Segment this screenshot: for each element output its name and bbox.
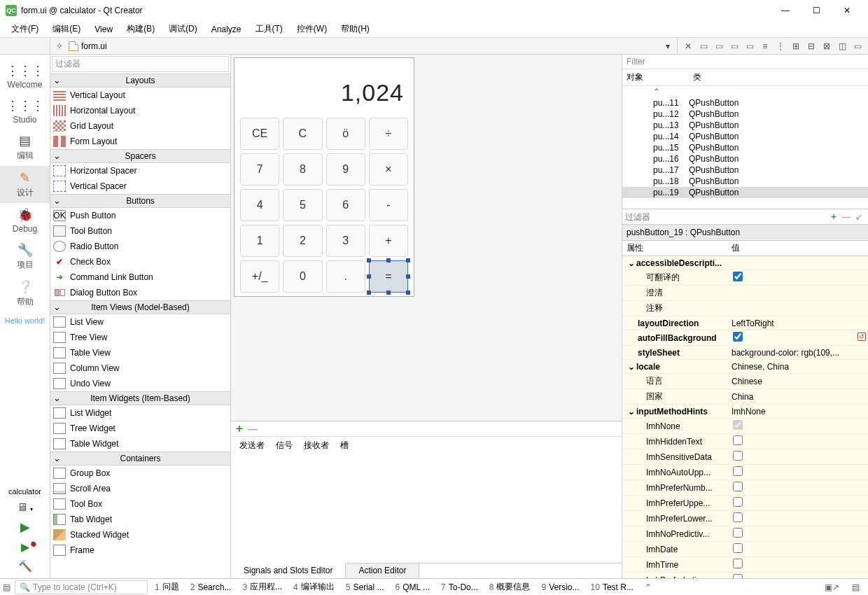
remove-dynamic-prop-icon[interactable]: — (840, 212, 853, 222)
widget-item[interactable]: Vertical Layout (50, 88, 230, 103)
property-row[interactable]: 国家China (622, 389, 868, 405)
widget-item[interactable]: Scroll Area (50, 481, 230, 496)
calc-key[interactable]: 1 (240, 225, 279, 257)
property-row[interactable]: 澄清 (622, 286, 868, 301)
object-tree-row[interactable]: pu...17QPushButton (622, 164, 868, 176)
calc-key[interactable]: 9 (326, 153, 365, 186)
property-row[interactable]: ImhHiddenText (622, 434, 868, 449)
calc-key[interactable]: 5 (283, 189, 322, 221)
widget-item[interactable]: Vertical Spacer (50, 178, 230, 194)
bottom-tab[interactable]: Signals and Slots Editor (231, 563, 346, 578)
break-layout-icon[interactable]: ⊠ (819, 41, 834, 51)
pin-icon[interactable]: ✧ (56, 41, 63, 51)
widget-item[interactable]: Frame (50, 542, 230, 558)
property-checkbox[interactable] (733, 466, 743, 476)
object-tree[interactable]: 对象 类 ⌃pu...11QPushButtonpu...12QPushButt… (622, 69, 868, 209)
property-row[interactable]: autoFillBackground↺ (622, 330, 868, 346)
widget-item[interactable]: List View (50, 314, 230, 330)
mode-welcome[interactable]: ⋮⋮⋮Welcome (0, 59, 50, 94)
menu-item[interactable]: View (88, 22, 120, 36)
property-row[interactable]: ImhDate (622, 542, 868, 557)
adjust-size-icon[interactable]: ◫ (834, 41, 850, 51)
calc-key[interactable]: 2 (283, 225, 322, 257)
property-checkbox[interactable] (733, 420, 743, 430)
close-sidebar-icon[interactable]: ▣↗ (819, 582, 845, 592)
output-pane-tab[interactable]: 6QML ... (390, 582, 436, 592)
calc-key[interactable]: - (369, 189, 408, 221)
widget-item[interactable]: Form Layout (50, 134, 230, 149)
property-row[interactable]: layoutDirectionLeftToRight (622, 316, 868, 330)
bottom-tab[interactable]: Action Editor (346, 564, 419, 578)
widget-group-header[interactable]: ⌄Spacers (50, 149, 230, 163)
widget-item[interactable]: Horizontal Spacer (50, 163, 230, 178)
property-row[interactable]: ImhSensitiveData (622, 449, 868, 465)
mode-design[interactable]: ✎设计 (0, 166, 50, 203)
menu-item[interactable]: 帮助(H) (334, 21, 377, 37)
calc-key[interactable]: = (369, 260, 408, 293)
widget-filter-input[interactable]: 过滤器 (52, 56, 229, 72)
mode-help[interactable]: ❔帮助 (0, 275, 50, 312)
widget-item[interactable]: Table Widget (50, 436, 230, 451)
col-class[interactable]: 类 (689, 69, 706, 85)
calc-key[interactable]: + (369, 225, 408, 257)
layout-v-icon[interactable]: ⋮ (773, 41, 788, 51)
run-debug-button[interactable]: ▶🐞 (0, 538, 50, 556)
object-tree-filter[interactable]: Filter (622, 55, 868, 69)
calc-key[interactable]: 7 (240, 153, 279, 186)
object-tree-row[interactable]: pu...16QPushButton (622, 153, 868, 164)
menu-item[interactable]: 编辑(E) (46, 21, 88, 37)
object-tree-row[interactable]: pu...15QPushButton (622, 142, 868, 153)
object-tree-row[interactable]: pu...13QPushButton (622, 120, 868, 131)
mode-studio[interactable]: ⋮⋮⋮Studio (0, 94, 50, 129)
tool-icon[interactable]: ▭ (742, 41, 757, 51)
widget-item[interactable]: ✔Check Box (50, 254, 230, 270)
property-checkbox[interactable] (733, 543, 743, 553)
menu-item[interactable]: 文件(F) (4, 21, 46, 37)
widget-item[interactable]: Dialog Button Box (50, 285, 230, 300)
property-row[interactable]: ImhNoPredictiv... (622, 526, 868, 542)
chevron-icon[interactable]: ⌃ (640, 582, 656, 592)
object-tree-row[interactable]: pu...11QPushButton (622, 97, 868, 108)
build-button[interactable]: 🔨 (0, 556, 50, 575)
property-checkbox[interactable] (733, 512, 743, 522)
property-checkbox[interactable] (733, 574, 743, 578)
output-pane-tab[interactable]: 10Test R... (585, 582, 639, 592)
property-checkbox[interactable] (733, 435, 743, 445)
calc-key[interactable]: CE (240, 118, 279, 150)
tool-icon[interactable]: ▭ (711, 41, 727, 51)
property-row[interactable]: ⌄localeChinese, China (622, 360, 868, 374)
widget-item[interactable]: Stacked Widget (50, 527, 230, 542)
calc-key[interactable]: ÷ (369, 118, 408, 150)
property-filter-input[interactable] (625, 212, 827, 222)
mode-debug[interactable]: 🐞Debug (0, 203, 50, 238)
run-button[interactable]: ▶ (0, 517, 50, 538)
widget-item[interactable]: Tool Button (50, 223, 230, 239)
remove-icon[interactable]: — (248, 424, 258, 435)
locator-input[interactable]: 🔍Type to locate (Ctrl+K) (15, 580, 148, 594)
toggle-sidebar-icon[interactable]: ▤ (846, 582, 865, 592)
output-pane-tab[interactable]: 3应用程... (237, 581, 288, 593)
layout-g-icon[interactable]: ⊞ (788, 41, 804, 51)
col-property[interactable]: 属性 (622, 241, 729, 255)
calc-key[interactable]: 8 (283, 153, 322, 186)
mode-projects[interactable]: 🔧项目 (0, 238, 50, 275)
property-checkbox[interactable] (733, 272, 743, 281)
settings-icon[interactable]: ↙ (853, 212, 865, 222)
calc-key[interactable]: . (326, 260, 365, 293)
output-pane-tab[interactable]: 1问题 (149, 581, 185, 593)
tool-icon[interactable]: ▭ (696, 41, 711, 51)
maximize-button[interactable]: ☐ (801, 0, 832, 21)
property-row[interactable]: ImhNone (622, 419, 868, 434)
property-row[interactable]: ImhNoAutoUpp... (622, 465, 868, 480)
menu-item[interactable]: 调试(D) (162, 21, 204, 37)
mode-edit[interactable]: ▤编辑 (0, 129, 50, 166)
close-button[interactable]: ✕ (832, 0, 862, 21)
widget-item[interactable]: Tool Box (50, 496, 230, 512)
widget-item[interactable]: List Widget (50, 405, 230, 421)
widget-item[interactable]: Group Box (50, 465, 230, 481)
property-checkbox[interactable] (733, 482, 743, 491)
locator-toggle-icon[interactable]: ▤ (3, 582, 10, 592)
property-row[interactable]: ImhPreferLower... (622, 511, 868, 526)
widget-item[interactable]: Table View (50, 345, 230, 360)
signal-column[interactable]: 接收者 (300, 439, 333, 452)
